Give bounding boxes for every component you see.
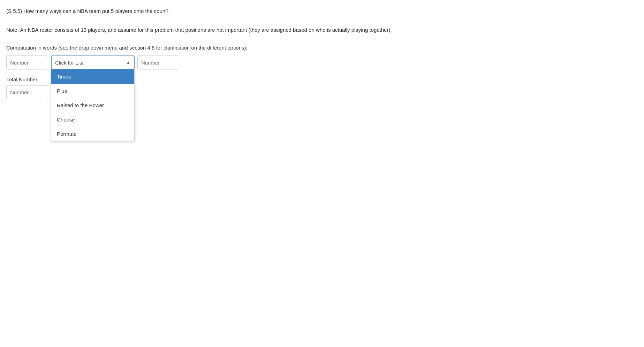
dropdown-container: Click for List ▲ Times Plus Raised to th…	[51, 56, 135, 69]
chevron-up-icon: ▲	[126, 60, 130, 65]
computation-input-row: Click for List ▲ Times Plus Raised to th…	[6, 56, 638, 69]
total-number-input[interactable]	[6, 85, 48, 99]
dropdown-item-times[interactable]: Times	[51, 69, 134, 84]
dropdown-menu: Times Plus Raised to the Power Choose Pe…	[51, 69, 135, 141]
dropdown-trigger-label: Click for List	[55, 60, 84, 66]
question-line1: (S 5.5) How many ways can a NBA team put…	[6, 7, 638, 15]
dropdown-item-raised-to-the-power[interactable]: Raised to the Power	[51, 98, 134, 112]
second-number-input[interactable]	[137, 56, 179, 69]
dropdown-trigger[interactable]: Click for List ▲	[51, 56, 135, 69]
dropdown-item-choose[interactable]: Choose	[51, 112, 134, 127]
first-number-input[interactable]	[6, 56, 48, 69]
dropdown-item-plus[interactable]: Plus	[51, 84, 134, 98]
question-line2: Note: An NBA roster consists of 13 playe…	[6, 26, 638, 34]
dropdown-item-permute[interactable]: Permute	[51, 127, 134, 141]
computation-label: Computation in words (see the drop down …	[6, 45, 638, 51]
question-section: (S 5.5) How many ways can a NBA team put…	[6, 7, 638, 34]
